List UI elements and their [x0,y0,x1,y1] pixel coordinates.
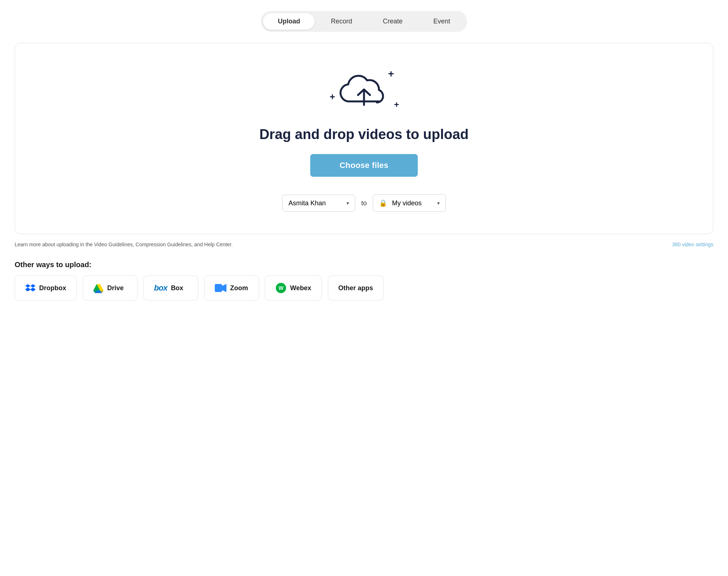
zoom-button[interactable]: Zoom [204,276,259,300]
drive-button[interactable]: Drive [83,276,138,300]
other-apps-button[interactable]: Other apps [328,276,384,300]
dropbox-button[interactable]: Dropbox [15,276,77,300]
upload-icon-area: + + + [327,65,401,116]
webex-button[interactable]: W Webex [265,276,322,300]
other-ways-section: Other ways to upload: Dropbox D [15,261,713,300]
box-label: Box [171,284,183,292]
tab-group: Upload Record Create Event [261,11,467,32]
user-select[interactable]: Asmita Khan [288,199,343,207]
tab-upload[interactable]: Upload [263,13,315,30]
drag-drop-text: Drag and drop videos to upload [259,127,469,142]
cloud-upload-icon [338,71,390,111]
svg-marker-0 [25,284,30,288]
destination-row: Asmita Khan ▾ to 🔒 My videos ▾ [282,194,446,212]
svg-marker-12 [222,284,226,292]
zoom-icon [215,284,226,292]
chevron-down-icon: ▾ [346,200,349,206]
webex-icon: W [275,283,286,293]
destination-select[interactable]: My videos [392,199,434,207]
plus-icon-top-right: + [388,68,394,80]
plus-icon-left: + [330,91,335,102]
box-button[interactable]: box Box [143,276,198,300]
lock-icon: 🔒 [379,199,387,207]
webex-label: Webex [290,284,311,292]
destination-select-container[interactable]: 🔒 My videos ▾ [373,194,446,212]
choose-files-button[interactable]: Choose files [310,154,417,177]
svg-marker-1 [30,284,35,288]
svg-marker-4 [30,288,35,291]
drive-label: Drive [107,284,124,292]
upload-card: + + + Drag and drop videos to upload Cho… [15,43,713,234]
tab-create[interactable]: Create [368,13,417,30]
360-video-settings-link[interactable]: 360 video settings [672,242,713,247]
svg-text:W: W [278,285,284,291]
other-apps-label: Other apps [338,284,373,292]
to-label: to [361,199,367,207]
tab-bar: Upload Record Create Event [15,11,713,32]
other-ways-title: Other ways to upload: [15,261,713,269]
info-bar: Learn more about uploading in the Video … [15,242,713,247]
tab-event[interactable]: Event [419,13,465,30]
info-text: Learn more about uploading in the Video … [15,242,233,247]
upload-options: Dropbox Drive box Box Zoom [15,276,713,300]
dropbox-label: Dropbox [39,284,66,292]
dropbox-icon [25,283,35,293]
svg-rect-11 [215,284,222,292]
box-icon: box [154,283,167,293]
zoom-label: Zoom [230,284,248,292]
drive-icon [93,283,104,293]
chevron-down-icon-dest: ▾ [437,200,440,206]
svg-marker-5 [25,288,30,291]
plus-icon-bottom-right: + [394,100,399,110]
user-select-container[interactable]: Asmita Khan ▾ [282,195,355,212]
tab-record[interactable]: Record [316,13,367,30]
